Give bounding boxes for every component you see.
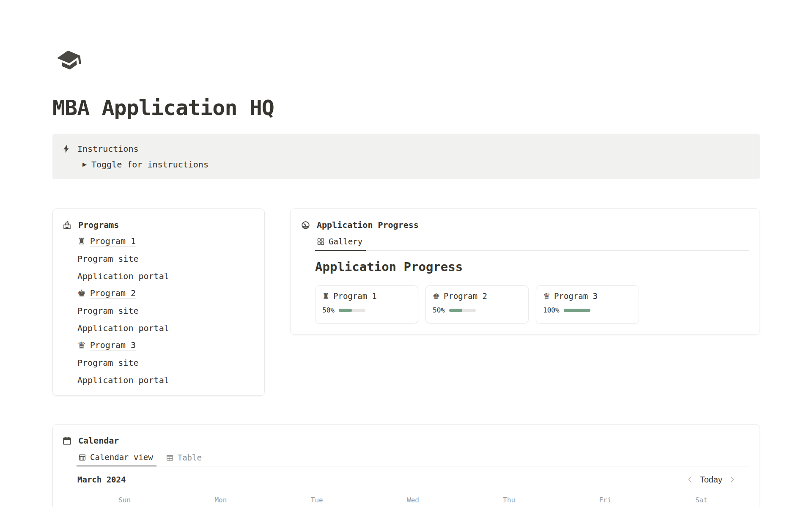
application-progress-header: Application Progress: [301, 220, 749, 230]
application-portal-link[interactable]: Application portal: [77, 319, 254, 337]
progress-row: 100%: [543, 306, 632, 314]
queen-icon: ♛: [77, 341, 86, 350]
program-page-link[interactable]: ♜ Program 1: [77, 233, 254, 250]
calendar-card: Calendar Calendar view: [52, 424, 760, 507]
program-site-link[interactable]: Program site: [77, 250, 254, 267]
graduation-cap-icon[interactable]: [55, 47, 83, 73]
instructions-callout: Instructions ▶ Toggle for instructions: [52, 134, 760, 179]
program-page-link[interactable]: ♛ Program 3: [77, 337, 254, 354]
calendar-month-label: March 2024: [77, 475, 126, 484]
programs-header: Programs: [62, 220, 254, 230]
instructions-toggle[interactable]: ▶ Toggle for instructions: [82, 156, 752, 172]
gallery-card-title: Program 3: [554, 291, 598, 301]
day-header-sun: Sun: [77, 496, 173, 504]
tab-table[interactable]: Table: [164, 452, 205, 466]
application-portal-link[interactable]: Application portal: [77, 371, 254, 389]
school-building-icon: [62, 220, 72, 230]
chevron-right-icon: [727, 475, 737, 484]
program-page-link[interactable]: ♚ Program 2: [77, 285, 254, 302]
progress-bar: [449, 309, 476, 312]
tab-calendar-view[interactable]: Calendar view: [77, 452, 156, 466]
cards-row: Programs ♜ Program 1 Program site Applic…: [52, 208, 760, 396]
day-header-fri: Fri: [557, 496, 653, 504]
lightning-bolt-icon: [62, 144, 71, 153]
progress-row: 50%: [433, 306, 521, 314]
table-icon: [166, 454, 174, 462]
queen-icon: ♛: [543, 292, 550, 300]
progress-bar: [564, 309, 590, 312]
calendar-header: Calendar: [62, 436, 749, 446]
percent-label: 50%: [433, 306, 445, 314]
gallery-tab-label: Gallery: [329, 237, 362, 246]
gallery-card-title: Program 1: [333, 291, 377, 301]
toggle-label: Toggle for instructions: [91, 159, 208, 170]
king-icon: ♚: [433, 292, 440, 300]
percent-label: 50%: [322, 306, 335, 314]
king-icon: ♚: [77, 289, 86, 298]
day-header-thu: Thu: [461, 496, 557, 504]
page-content: MBA Application HQ Instructions ▶ Toggle…: [0, 47, 812, 507]
program-site-link[interactable]: Program site: [77, 302, 254, 319]
prev-month-button[interactable]: [686, 475, 695, 484]
calendar-icon: [62, 436, 72, 446]
calendar-view-icon: [78, 453, 86, 461]
programs-card: Programs ♜ Program 1 Program site Applic…: [52, 208, 265, 396]
callout-title: Instructions: [77, 144, 139, 154]
calendar-view-tab-label: Calendar view: [90, 452, 153, 462]
gallery-card-title: Program 2: [444, 291, 487, 301]
progress-row: 50%: [322, 306, 411, 314]
table-tab-label: Table: [178, 453, 202, 462]
progress-fill: [564, 309, 590, 312]
gauge-icon: [301, 220, 310, 230]
day-headers-row: Sun Mon Tue Wed Thu Fri Sat: [77, 496, 749, 504]
toggle-triangle-icon[interactable]: ▶: [82, 162, 87, 167]
callout-title-row: Instructions: [62, 141, 752, 156]
chevron-left-icon: [686, 475, 695, 484]
rook-icon: ♜: [77, 237, 86, 246]
gallery-card-program-2[interactable]: ♚ Program 2 50%: [425, 285, 529, 323]
calendar-title: Calendar: [78, 436, 119, 446]
next-month-button[interactable]: [727, 475, 737, 484]
gallery-card-program-3[interactable]: ♛ Program 3 100%: [536, 285, 639, 323]
application-progress-card: Application Progress Gallery Application…: [290, 208, 760, 334]
gallery-card-program-1[interactable]: ♜ Program 1 50%: [315, 285, 418, 323]
gallery-grid-icon: [317, 238, 325, 246]
calendar-toolbar: March 2024 Today: [77, 473, 737, 486]
today-nav: Today: [686, 475, 737, 485]
progress-bar: [339, 309, 365, 312]
rook-icon: ♜: [322, 292, 329, 300]
day-header-sat: Sat: [653, 496, 749, 504]
page: MBA Application HQ Instructions ▶ Toggle…: [0, 0, 812, 507]
percent-label: 100%: [543, 306, 560, 314]
gallery-row: ♜ Program 1 50% ♚ Prog: [315, 285, 749, 323]
program-site-link[interactable]: Program site: [77, 354, 254, 371]
calendar-tabbar: Calendar view Table: [77, 452, 749, 466]
board-title: Application Progress: [315, 259, 749, 274]
progress-fill: [339, 309, 352, 312]
gallery-tabbar: Gallery: [315, 237, 749, 251]
page-title: MBA Application HQ: [52, 96, 760, 120]
day-header-mon: Mon: [173, 496, 269, 504]
application-portal-link[interactable]: Application portal: [77, 267, 254, 285]
programs-list: ♜ Program 1 Program site Application por…: [77, 233, 254, 389]
progress-fill: [449, 309, 463, 312]
programs-title: Programs: [78, 220, 119, 230]
application-progress-title: Application Progress: [317, 220, 419, 230]
tab-gallery[interactable]: Gallery: [315, 237, 366, 251]
day-header-wed: Wed: [365, 496, 461, 504]
today-button[interactable]: Today: [700, 475, 722, 485]
day-header-tue: Tue: [269, 496, 365, 504]
